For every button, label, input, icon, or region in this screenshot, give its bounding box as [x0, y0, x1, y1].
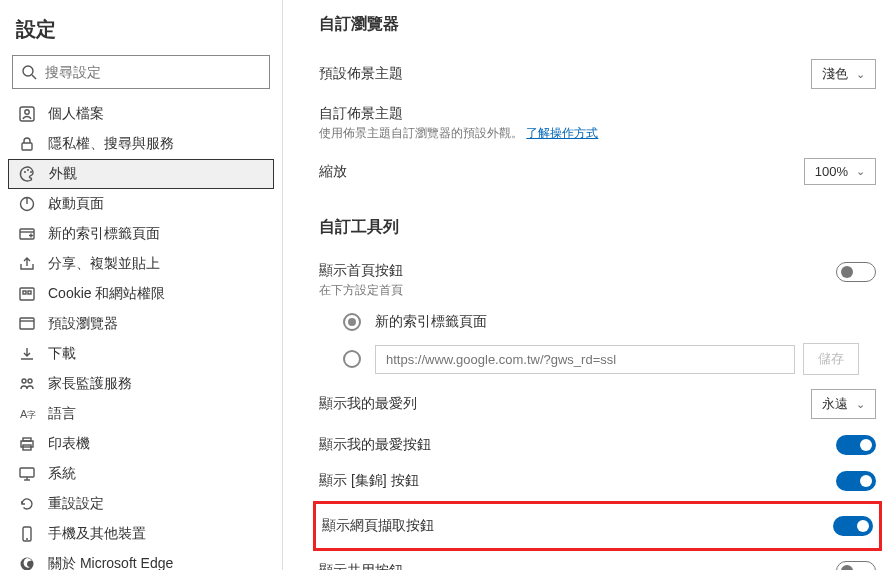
sidebar-item-system[interactable]: 系統: [8, 459, 274, 489]
share-btn-toggle[interactable]: [836, 561, 876, 570]
share-btn-label: 顯示共用按鈕: [319, 562, 403, 570]
nav-label: 分享、複製並貼上: [48, 255, 160, 273]
sidebar-item-family[interactable]: 家長監護服務: [8, 369, 274, 399]
capture-btn-label: 顯示網頁擷取按鈕: [322, 517, 434, 535]
favorites-btn-label: 顯示我的最愛按鈕: [319, 436, 431, 454]
default-theme-select[interactable]: 淺色 ⌄: [811, 59, 876, 89]
section-customize-browser-title: 自訂瀏覽器: [319, 14, 876, 35]
sidebar-title: 設定: [8, 12, 274, 55]
row-capture-btn: 顯示網頁擷取按鈕: [322, 508, 873, 544]
chevron-down-icon: ⌄: [856, 165, 865, 178]
default-theme-label: 預設佈景主題: [319, 65, 403, 83]
search-box[interactable]: [12, 55, 270, 89]
svg-text:字: 字: [27, 410, 36, 420]
lock-icon: [18, 135, 36, 153]
system-icon: [18, 465, 36, 483]
download-icon: [18, 345, 36, 363]
svg-point-5: [24, 171, 26, 173]
highlight-capture: 顯示網頁擷取按鈕: [313, 501, 882, 551]
browser-icon: [18, 315, 36, 333]
radio-new-tab-label: 新的索引標籤頁面: [375, 313, 487, 331]
chevron-down-icon: ⌄: [856, 398, 865, 411]
nav-label: 手機及其他裝置: [48, 525, 146, 543]
nav-label: 新的索引標籤頁面: [48, 225, 160, 243]
nav-label: 下載: [48, 345, 76, 363]
sidebar-item-about[interactable]: 關於 Microsoft Edge: [8, 549, 274, 570]
svg-rect-4: [22, 143, 32, 150]
svg-point-20: [28, 379, 32, 383]
svg-rect-14: [20, 288, 34, 300]
save-button[interactable]: 儲存: [803, 343, 859, 375]
reset-icon: [18, 495, 36, 513]
radio-url[interactable]: [343, 350, 361, 368]
row-home-button: 顯示首頁按鈕 在下方設定首頁: [319, 254, 876, 307]
radio-new-tab[interactable]: [343, 313, 361, 331]
sidebar-item-cookies[interactable]: Cookie 和網站權限: [8, 279, 274, 309]
svg-point-6: [27, 169, 29, 171]
sidebar-item-language[interactable]: A字 語言: [8, 399, 274, 429]
zoom-label: 縮放: [319, 163, 347, 181]
search-icon: [21, 64, 37, 80]
nav-label: 重設設定: [48, 495, 104, 513]
svg-rect-16: [28, 291, 31, 294]
row-default-theme: 預設佈景主題 淺色 ⌄: [319, 51, 876, 97]
sidebar-item-printer[interactable]: 印表機: [8, 429, 274, 459]
svg-rect-17: [20, 318, 34, 329]
row-favorites-bar: 顯示我的最愛列 永遠 ⌄: [319, 381, 876, 427]
search-input[interactable]: [45, 64, 261, 80]
settings-sidebar: 設定 個人檔案 隱私權、搜尋與服務 外觀 啟動頁面: [0, 0, 283, 570]
section-customize-toolbar-title: 自訂工具列: [319, 217, 876, 238]
home-button-sub: 在下方設定首頁: [319, 282, 403, 299]
palette-icon: [19, 165, 37, 183]
nav-label: 語言: [48, 405, 76, 423]
home-button-toggle[interactable]: [836, 262, 876, 282]
svg-point-3: [25, 110, 29, 114]
sidebar-item-privacy[interactable]: 隱私權、搜尋與服務: [8, 129, 274, 159]
svg-point-7: [30, 171, 32, 173]
main-content: 自訂瀏覽器 預設佈景主題 淺色 ⌄ 自訂佈景主題 使用佈景主題自訂瀏覽器的預設外…: [283, 0, 888, 570]
row-collections-btn: 顯示 [集錦] 按鈕: [319, 463, 876, 499]
sidebar-item-reset[interactable]: 重設設定: [8, 489, 274, 519]
newtab-icon: [18, 225, 36, 243]
favorites-bar-label: 顯示我的最愛列: [319, 395, 417, 413]
power-icon: [18, 195, 36, 213]
zoom-select[interactable]: 100% ⌄: [804, 158, 876, 185]
nav-label: 系統: [48, 465, 76, 483]
learn-more-link[interactable]: 了解操作方式: [526, 126, 598, 140]
sidebar-item-newtab[interactable]: 新的索引標籤頁面: [8, 219, 274, 249]
sidebar-item-downloads[interactable]: 下載: [8, 339, 274, 369]
row-custom-theme: 自訂佈景主題 使用佈景主題自訂瀏覽器的預設外觀。 了解操作方式: [319, 97, 876, 150]
favorites-bar-select[interactable]: 永遠 ⌄: [811, 389, 876, 419]
share-icon: [18, 255, 36, 273]
sidebar-item-startup[interactable]: 啟動頁面: [8, 189, 274, 219]
svg-rect-24: [23, 438, 31, 441]
nav-label: 印表機: [48, 435, 90, 453]
sidebar-nav: 個人檔案 隱私權、搜尋與服務 外觀 啟動頁面 新的索引標籤頁面 分享、複製並貼上: [8, 99, 274, 570]
language-icon: A字: [18, 405, 36, 423]
edge-icon: [18, 555, 36, 570]
svg-line-1: [32, 75, 36, 79]
nav-label: 隱私權、搜尋與服務: [48, 135, 174, 153]
sidebar-item-profile[interactable]: 個人檔案: [8, 99, 274, 129]
chevron-down-icon: ⌄: [856, 68, 865, 81]
radio-new-tab-row: 新的索引標籤頁面: [319, 307, 876, 337]
nav-label: 關於 Microsoft Edge: [48, 555, 173, 570]
homepage-url-input[interactable]: [375, 345, 795, 374]
favorites-btn-toggle[interactable]: [836, 435, 876, 455]
sidebar-item-share[interactable]: 分享、複製並貼上: [8, 249, 274, 279]
radio-url-row: 儲存: [319, 337, 876, 381]
nav-label: 家長監護服務: [48, 375, 132, 393]
collections-btn-toggle[interactable]: [836, 471, 876, 491]
sidebar-item-devices[interactable]: 手機及其他裝置: [8, 519, 274, 549]
svg-point-0: [23, 66, 33, 76]
nav-label: 外觀: [49, 165, 77, 183]
custom-theme-sub: 使用佈景主題自訂瀏覽器的預設外觀。 了解操作方式: [319, 125, 598, 142]
custom-theme-label: 自訂佈景主題: [319, 105, 598, 123]
cookies-icon: [18, 285, 36, 303]
capture-btn-toggle[interactable]: [833, 516, 873, 536]
collections-btn-label: 顯示 [集錦] 按鈕: [319, 472, 419, 490]
svg-rect-15: [23, 291, 26, 294]
sidebar-item-appearance[interactable]: 外觀: [8, 159, 274, 189]
nav-label: Cookie 和網站權限: [48, 285, 165, 303]
sidebar-item-default-browser[interactable]: 預設瀏覽器: [8, 309, 274, 339]
